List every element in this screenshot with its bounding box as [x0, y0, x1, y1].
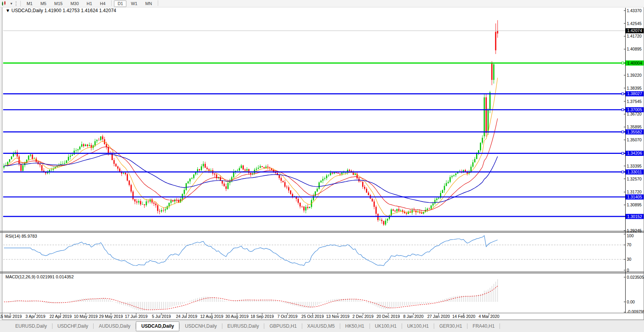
- svg-text:1.42074: 1.42074: [627, 28, 642, 33]
- svg-text:15 Mar 2019: 15 Mar 2019: [0, 314, 22, 319]
- svg-text:8 Jan 2020: 8 Jan 2020: [403, 314, 424, 319]
- chart-tab-usdcnh-daily[interactable]: USDCNH,Daily: [180, 322, 222, 330]
- chart-tab-hk50-h1[interactable]: HK50,H1: [340, 322, 370, 330]
- svg-text:3 Apr 2019: 3 Apr 2019: [25, 314, 45, 319]
- level-handle[interactable]: [622, 171, 624, 173]
- chart-tab-uk100-h1[interactable]: UK100,H1: [402, 322, 434, 330]
- svg-text:1.40004: 1.40004: [627, 61, 642, 65]
- svg-text:29 May 2019: 29 May 2019: [99, 314, 123, 319]
- toolbar-separator: [20, 1, 21, 6]
- toolbar-separator: [111, 0, 112, 6]
- svg-text:27 Jan 2020: 27 Jan 2020: [427, 314, 450, 319]
- tab-separator: [500, 323, 500, 329]
- svg-text:1.32570: 1.32570: [627, 177, 642, 181]
- level-handle[interactable]: [622, 62, 624, 64]
- svg-text:1.36720: 1.36720: [627, 112, 642, 116]
- svg-text:1.34206: 1.34206: [627, 151, 642, 155]
- svg-text:0.00: 0.00: [627, 300, 635, 304]
- svg-text:1.33011: 1.33011: [627, 170, 642, 174]
- chart-tab-audusd-daily[interactable]: AUDUSD,Daily: [94, 322, 135, 330]
- chart-window[interactable]: 1.433701.425451.417201.408951.392201.383…: [0, 0, 644, 332]
- svg-text:17 Jun 2019: 17 Jun 2019: [125, 314, 148, 319]
- svg-text:10 May 2019: 10 May 2019: [74, 314, 98, 319]
- chart-tab-fra40-h1[interactable]: FRA40,H1: [467, 322, 500, 330]
- timeframe-button-h1[interactable]: H1: [83, 0, 96, 7]
- chart-tab-usdcad-daily[interactable]: USDCAD,Daily: [136, 321, 179, 331]
- svg-text:5 Jul 2019: 5 Jul 2019: [152, 314, 171, 319]
- chevron-down-icon[interactable]: ▼: [10, 2, 13, 5]
- svg-text:70: 70: [627, 242, 631, 247]
- svg-text:1.37545: 1.37545: [627, 99, 642, 104]
- svg-text:1.40895: 1.40895: [627, 47, 642, 51]
- svg-text:1.30152: 1.30152: [627, 214, 642, 219]
- svg-text:1.35582: 1.35582: [627, 130, 642, 134]
- svg-text:1.29245: 1.29245: [627, 228, 642, 233]
- svg-text:20 Dec 2019: 20 Dec 2019: [377, 314, 400, 319]
- svg-text:22 Apr 2019: 22 Apr 2019: [49, 314, 72, 319]
- chart-tab-usdchf-daily[interactable]: USDCHF,Daily: [52, 322, 94, 330]
- svg-text:1.37005: 1.37005: [627, 107, 642, 112]
- timeframe-button-m1[interactable]: M1: [23, 0, 36, 7]
- svg-text:1.41720: 1.41720: [627, 34, 642, 38]
- macd-label: MACD(12,26,9) 0.021991 0.014352: [5, 274, 74, 279]
- trading-platform-window: { "toolbar": { "chart_tool_icon": "candl…: [0, 0, 644, 332]
- svg-text:13 Nov 2019: 13 Nov 2019: [326, 314, 350, 319]
- toolbar: ▼ M1M5M15M30H1H4D1W1MN: [0, 0, 644, 7]
- svg-text:14 Feb 2020: 14 Feb 2020: [452, 314, 475, 319]
- svg-text:2 Dec 2019: 2 Dec 2019: [352, 314, 373, 319]
- svg-text:1.31405: 1.31405: [627, 195, 642, 199]
- chart-tab-uk100-h1[interactable]: UK100,H1: [370, 322, 402, 330]
- svg-text:1.42545: 1.42545: [627, 21, 642, 26]
- level-handle[interactable]: [622, 131, 624, 133]
- chart-tab-eurusd-daily[interactable]: EURUSD,Daily: [10, 322, 52, 330]
- chart-tab-ger30-h1[interactable]: GER30,H1: [434, 322, 467, 330]
- svg-text:1.31720: 1.31720: [627, 189, 642, 194]
- toolbar-grip[interactable]: [16, 1, 16, 6]
- svg-text:18 Sep 2019: 18 Sep 2019: [251, 314, 274, 319]
- svg-text:100: 100: [627, 233, 634, 238]
- level-handle[interactable]: [622, 152, 624, 154]
- toolbar-separator: [158, 0, 158, 6]
- svg-text:12 Aug 2019: 12 Aug 2019: [200, 314, 223, 319]
- timeframe-button-w1[interactable]: W1: [127, 0, 141, 7]
- timeframe-button-mn[interactable]: MN: [142, 0, 155, 7]
- timeframe-button-m15[interactable]: M15: [51, 0, 66, 7]
- svg-text:1.30895: 1.30895: [627, 202, 642, 207]
- level-handle[interactable]: [622, 109, 624, 111]
- chart-tab-xauusd-m5[interactable]: XAUUSD,M5: [302, 322, 340, 330]
- svg-text:1.39220: 1.39220: [627, 73, 642, 78]
- svg-text:4 Mar 2020: 4 Mar 2020: [478, 314, 499, 319]
- timeframe-buttons: M1M5M15M30H1H4D1W1MN: [23, 0, 160, 7]
- timeframe-button-m5[interactable]: M5: [37, 0, 50, 7]
- svg-text:0: 0: [627, 268, 629, 272]
- svg-text:1.38395: 1.38395: [627, 86, 642, 90]
- chart-type-icon[interactable]: [1, 1, 9, 6]
- svg-text:1.33395: 1.33395: [627, 164, 642, 168]
- svg-text:30 Aug 2019: 30 Aug 2019: [225, 314, 249, 319]
- svg-text:24 Jul 2019: 24 Jul 2019: [176, 314, 197, 319]
- rsi-label: RSI(14) 85.9783: [5, 234, 37, 238]
- chart-tab-gbpusd-h1[interactable]: GBPUSD,H1: [264, 322, 301, 330]
- svg-text:7 Oct 2019: 7 Oct 2019: [277, 314, 298, 319]
- timeframe-button-h4[interactable]: H4: [96, 0, 109, 7]
- timeframe-button-m30[interactable]: M30: [67, 0, 82, 7]
- svg-text:1.38027: 1.38027: [627, 91, 642, 96]
- svg-text:1.35070: 1.35070: [627, 137, 642, 142]
- chart-tab-eurusd-daily[interactable]: EURUSD,Daily: [222, 322, 264, 330]
- svg-text:25 Oct 2019: 25 Oct 2019: [301, 314, 324, 319]
- svg-text:0.023505: 0.023505: [627, 275, 644, 280]
- chart-title: ▼ USDCAD,Daily 1.41900 1.42753 1.41624 1…: [5, 8, 116, 13]
- chart-tab-bar: EURUSD,DailyUSDCHF,DailyAUDUSD,DailyUSDC…: [0, 320, 644, 332]
- svg-text:1.43370: 1.43370: [627, 8, 642, 13]
- level-handle[interactable]: [622, 93, 624, 95]
- timeframe-button-d1[interactable]: D1: [114, 0, 126, 7]
- svg-text:30: 30: [627, 257, 631, 262]
- svg-text:1.35895: 1.35895: [627, 125, 642, 129]
